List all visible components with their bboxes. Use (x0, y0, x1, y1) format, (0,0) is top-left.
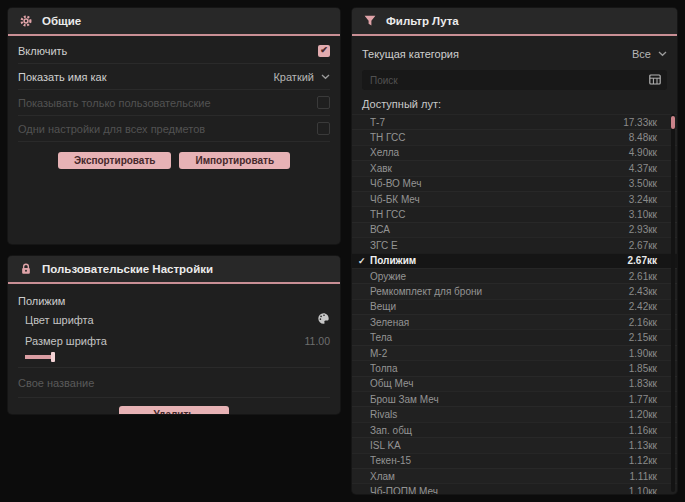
loot-filter-panel: Фильтр Лута Текущая категория Все (352, 8, 677, 494)
loot-item-count: 2.15кк (629, 332, 657, 343)
custom-name-input[interactable] (18, 368, 330, 397)
font-size-slider[interactable] (25, 352, 330, 362)
list-item[interactable]: Оружие2.61кк (352, 268, 677, 283)
list-item[interactable]: ЗГС Е2.67кк (352, 237, 677, 252)
gear-icon (18, 14, 33, 29)
category-value: Все (632, 48, 651, 60)
list-item[interactable]: Зеленая2.16кк (352, 314, 677, 329)
loot-item-count: 1.83кк (629, 378, 657, 389)
custom-panel-header: Пользовательские Настройки (8, 256, 340, 284)
list-item[interactable]: Хлам1.11кк (352, 468, 677, 483)
loot-item-count: 1.12кк (629, 455, 657, 466)
loot-item-count: 3.24кк (629, 194, 657, 205)
loot-item-name: Ремкомплект для брони (370, 286, 629, 297)
list-item[interactable]: Толпа1.85кк (352, 360, 677, 375)
list-item[interactable]: М-21.90кк (352, 345, 677, 360)
setting-label: Включить (18, 45, 67, 57)
setting-label: Показать имя как (18, 71, 107, 83)
loot-item-count: 1.77кк (629, 394, 657, 405)
selected-item-name: Полижим (18, 286, 330, 309)
list-item[interactable]: ✓Полижим2.67кк (352, 253, 677, 268)
loot-item-count: 17.33кк (623, 117, 657, 128)
loot-item-name: ТН ГСС (370, 209, 629, 220)
filter-panel-header: Фильтр Лута (352, 8, 677, 36)
list-item[interactable]: Хавк4.37кк (352, 160, 677, 175)
panel-title: Общие (42, 15, 81, 27)
list-item[interactable]: Rivals1.20кк (352, 406, 677, 421)
checkbox[interactable]: ✔ (318, 45, 330, 57)
loot-item-count: 1.13кк (629, 440, 657, 451)
font-color-label: Цвет шрифта (25, 314, 94, 326)
loot-item-name: Оружие (370, 271, 629, 282)
list-item[interactable]: Брош Зам Меч1.77кк (352, 391, 677, 406)
general-settings-rows: Включить✔Показать имя какКраткийПоказыва… (18, 38, 330, 142)
list-item[interactable]: Ремкомплект для брони2.43кк (352, 283, 677, 298)
dropdown[interactable]: Краткий (273, 71, 330, 83)
checkbox[interactable] (317, 96, 330, 109)
loot-item-name: Толпа (370, 363, 629, 374)
check-icon: ✔ (320, 46, 328, 55)
settings-row: Показывать только пользовательские (18, 90, 330, 116)
loot-item-name: Брош Зам Меч (370, 394, 629, 405)
loot-item-count: 1.20кк (629, 409, 657, 420)
settings-row: Включить✔ (18, 38, 330, 64)
check-icon: ✓ (358, 256, 370, 266)
list-item[interactable]: Т-717.33кк (352, 114, 677, 129)
loot-item-count: 3.10кк (629, 209, 657, 220)
loot-item-name: Зап. общ (370, 425, 629, 436)
search-input[interactable] (368, 74, 643, 87)
setting-label: Одни настройки для всех предметов (18, 123, 205, 135)
loot-item-count: 4.90кк (629, 147, 657, 158)
slider-fill (25, 355, 53, 359)
list-item[interactable]: Хелла4.90кк (352, 145, 677, 160)
list-item[interactable]: ВСА2.93кк (352, 222, 677, 237)
list-item[interactable]: ISL KA1.13кк (352, 437, 677, 452)
list-item[interactable]: Чб-БК Меч3.24кк (352, 191, 677, 206)
custom-settings-panel: Пользовательские Настройки Полижим Цвет … (8, 256, 340, 414)
loot-item-name: Чб-БК Меч (370, 194, 629, 205)
list-item[interactable]: Тела2.15кк (352, 329, 677, 344)
list-item[interactable]: Чб-ПОПМ Меч1.10кк (352, 483, 677, 494)
delete-button[interactable]: Удалить (119, 406, 228, 414)
export-button[interactable]: Экспортировать (58, 152, 172, 169)
loot-item-name: Тела (370, 332, 629, 343)
font-size-row: Размер шрифта 11.00 (18, 330, 330, 351)
import-button[interactable]: Импортировать (179, 152, 290, 169)
loot-item-name: ISL KA (370, 440, 629, 451)
loot-item-name: Rivals (370, 409, 629, 420)
loot-item-count: 1.10кк (629, 486, 657, 494)
loot-rows: Т-717.33ккТН ГСС8.48ккХелла4.90ккХавк4.3… (352, 114, 677, 494)
general-panel: Общие Включить✔Показать имя какКраткийПо… (8, 8, 340, 244)
chevron-down-icon (321, 74, 330, 80)
list-item[interactable]: ТН ГСС8.48кк (352, 129, 677, 144)
slider-handle[interactable] (51, 352, 55, 362)
loot-item-name: Хавк (370, 163, 629, 174)
dropdown-value: Краткий (273, 71, 314, 83)
list-item[interactable]: Текен-151.12кк (352, 453, 677, 468)
left-column: Общие Включить✔Показать имя какКраткийПо… (8, 8, 340, 494)
list-item[interactable]: ТН ГСС3.10кк (352, 206, 677, 221)
loot-item-name: Т-7 (370, 117, 623, 128)
grid-icon[interactable] (649, 71, 661, 89)
scrollbar[interactable] (671, 114, 675, 492)
settings-row: Показать имя какКраткий (18, 64, 330, 90)
panel-title: Фильтр Лута (386, 15, 459, 27)
loot-item-name: Общ Меч (370, 378, 629, 389)
settings-row: Одни настройки для всех предметов (18, 116, 330, 142)
loot-item-name: ВСА (370, 224, 629, 235)
category-dropdown[interactable]: Все (632, 48, 667, 60)
checkbox[interactable] (317, 122, 330, 135)
right-column: Фильтр Лута Текущая категория Все (352, 8, 677, 494)
list-item[interactable]: Чб-ВО Меч3.50кк (352, 176, 677, 191)
loot-item-name: Чб-ВО Меч (370, 178, 629, 189)
list-item[interactable]: Вещи2.42кк (352, 299, 677, 314)
list-item[interactable]: Общ Меч1.83кк (352, 376, 677, 391)
font-size-label: Размер шрифта (25, 335, 107, 347)
funnel-icon (362, 14, 377, 29)
list-item[interactable]: Зап. общ1.16кк (352, 422, 677, 437)
loot-item-count: 8.48кк (629, 132, 657, 143)
scrollbar-thumb[interactable] (671, 116, 675, 129)
mod-settings-screen: Общие Включить✔Показать имя какКраткийПо… (0, 0, 685, 502)
palette-icon[interactable] (317, 312, 330, 327)
general-panel-header: Общие (8, 8, 340, 36)
